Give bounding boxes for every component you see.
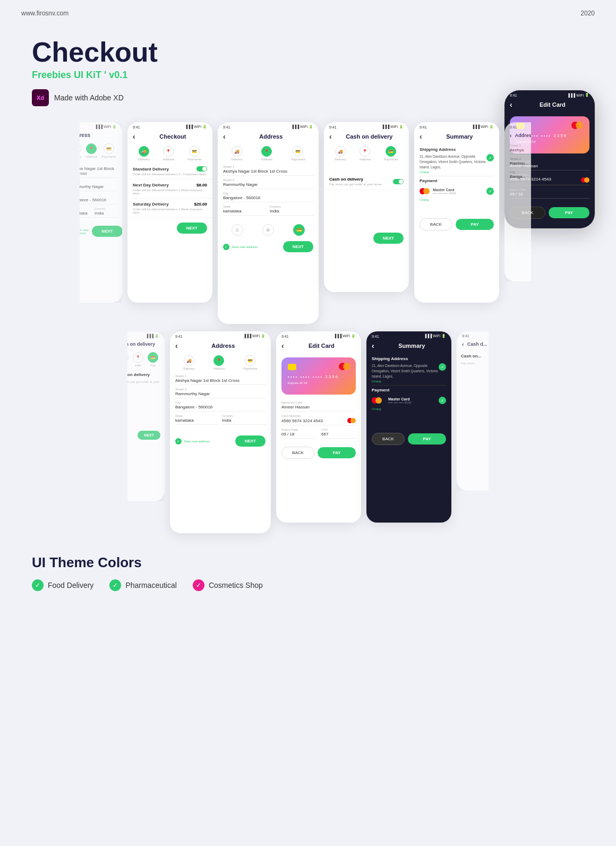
summary-phone-light: 9:41▐▐▐ WiFi 🔋 ‹ Summary Shipping Addres… <box>414 122 499 303</box>
back-arrow[interactable]: ‹ <box>510 100 512 109</box>
made-with-row: Xd Made with Adobe XD <box>32 89 297 106</box>
check-pharma: ✓ <box>109 579 121 591</box>
theme-section: UI Theme Colors ✓ Food Delivery ✓ Pharma… <box>0 539 616 607</box>
checkout-phone: 9:41▐▐▐ WiFi 🔋 ‹ Checkout 🚚Delivery 📍Add… <box>127 122 212 303</box>
pay-btn-summary[interactable]: PAY <box>456 219 494 230</box>
pay-btn-card2[interactable]: PAY <box>318 447 356 458</box>
next-btn-addr3[interactable]: NEXT <box>235 435 266 447</box>
payment-mc-dark <box>372 397 382 404</box>
back-btn-summary[interactable]: BACK <box>420 218 452 230</box>
pay-btn-dark[interactable]: PAY <box>408 433 446 445</box>
address-phone-partial-left: 9:41▐▐▐ WiFi 🔋 Address 🚚Delivery 📍Addres… <box>64 122 122 303</box>
address-phone-row2: 9:41▐▐▐ WiFi 🔋 ‹ Address 🚚Delivery 📍Addr… <box>170 331 271 533</box>
edit-card-phone-row2: 9:41▐▐▐ WiFi 🔋 ‹ Edit Card •••• •••• •••… <box>276 331 361 523</box>
check-food: ✓ <box>32 579 44 591</box>
summary-phone-dark: 9:41▐▐▐ WiFi 🔋 ‹ Summary Shipping Addres… <box>366 331 451 523</box>
theme-label-pharma: Pharmaceutical <box>125 581 177 589</box>
top-bar: www.firosnv.com 2020 <box>0 0 616 27</box>
row1: 9:41▐▐▐ WiFi 🔋 Address 🚚Delivery 📍Addres… <box>16 122 600 324</box>
theme-items: ✓ Food Delivery ✓ Pharmaceutical ✓ Cosme… <box>32 579 584 591</box>
next-btn-checkout[interactable]: NEXT <box>177 223 207 234</box>
made-with-label: Made with Adobe XD <box>54 93 124 102</box>
website-url: www.firosnv.com <box>21 10 69 17</box>
theme-label-cosmetics: Cosmetics Shop <box>209 581 263 589</box>
icon-copy[interactable]: ⊙ <box>232 224 243 236</box>
cash-phone-partial-left: 9:41▐▐▐ 🔋 Cash on delivery 🚚Del 📍Addr 💳P… <box>112 331 165 501</box>
credit-card-2: •••• •••• •••• 2356 Expires 10 19 <box>281 357 356 395</box>
payment-mc <box>420 188 430 194</box>
theme-label-food: Food Delivery <box>48 581 93 589</box>
mc-logo-2 <box>339 363 350 370</box>
hero-title: Checkout <box>32 37 297 67</box>
year: 2020 <box>580 10 595 17</box>
status-bar: 9:41 ▐▐▐WiFi🔋 <box>504 90 595 98</box>
theme-item-pharma: ✓ Pharmaceutical <box>109 579 177 591</box>
phones-container: 9:41▐▐▐ WiFi 🔋 Address 🚚Delivery 📍Addres… <box>0 112 616 539</box>
row2: 9:41▐▐▐ 🔋 Cash on delivery 🚚Del 📍Addr 💳P… <box>16 331 600 533</box>
address-phone-center: 9:41▐▐▐ WiFi 🔋 ‹ Address 🚚Delivery 📍Addr… <box>218 122 319 324</box>
partial-phone-right-row2: 9:41 ‹Cash d... Cash on... Pay once... <box>457 331 504 491</box>
xd-icon: Xd <box>32 89 49 106</box>
icon-map[interactable]: ⊕ <box>262 224 274 236</box>
back-btn-dark[interactable]: BACK <box>372 433 405 445</box>
icon-save[interactable]: 💳 <box>293 224 305 236</box>
back-btn-card2[interactable]: BACK <box>281 447 314 459</box>
partial-phone-right: 9:41▐▐▐ 🔋 ‹Address Street 1 Akshya Stree… <box>504 122 552 281</box>
check-cosmetics: ✓ <box>193 579 204 591</box>
hero-section: Checkout Freebies UI KiT ' v0.1 Xd Made … <box>0 27 616 112</box>
hero-subtitle: Freebies UI KiT ' v0.1 <box>32 70 297 81</box>
phone-header: ‹ Edit Card <box>504 98 595 112</box>
theme-title: UI Theme Colors <box>32 554 584 571</box>
next-btn[interactable]: NEXT <box>92 226 122 237</box>
theme-item-cosmetics: ✓ Cosmetics Shop <box>193 579 263 591</box>
next-btn-addr2[interactable]: NEXT <box>283 241 313 252</box>
cash-phone-1: 9:41▐▐▐ WiFi 🔋 ‹ Cash on delivery 🚚Deliv… <box>324 122 409 292</box>
theme-item-food: ✓ Food Delivery <box>32 579 93 591</box>
next-btn-cash[interactable]: NEXT <box>373 233 404 244</box>
